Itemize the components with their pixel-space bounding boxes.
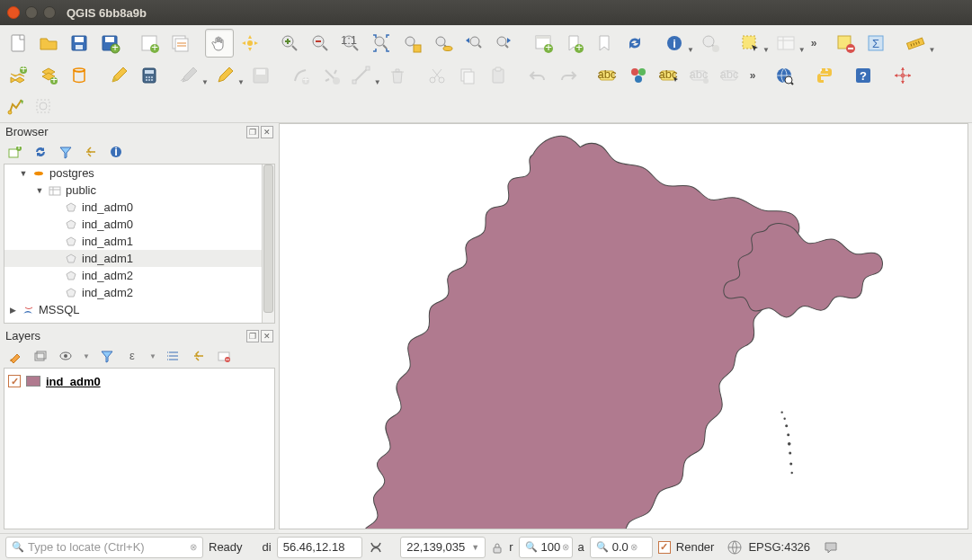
svg-point-88 — [40, 102, 47, 110]
highlight-label-button[interactable]: abc — [655, 61, 683, 90]
browser-properties-button[interactable]: i — [108, 144, 124, 160]
zoom-next-button[interactable] — [489, 29, 518, 58]
collapse-all-button[interactable] — [191, 348, 207, 364]
tree-item-public[interactable]: ▼public — [4, 182, 274, 199]
open-attribute-table-button[interactable] — [696, 29, 725, 58]
layer-style-button[interactable] — [7, 348, 23, 364]
statistical-summary-button[interactable]: Σ — [861, 29, 890, 58]
save-project-as-button[interactable]: + — [95, 29, 124, 58]
expand-all-button[interactable] — [165, 348, 182, 364]
tree-item-db2[interactable]: ▶DB2 — [4, 318, 274, 324]
tree-item[interactable]: ind_adm0 — [4, 199, 274, 216]
measure-button[interactable] — [901, 29, 930, 58]
save-project-button[interactable] — [65, 29, 94, 58]
toolbar-overflow-icon[interactable]: » — [807, 37, 821, 49]
zoom-native-button[interactable]: 1:1 — [336, 29, 365, 58]
render-checkbox[interactable]: ✓ — [658, 541, 671, 554]
refresh-button[interactable] — [620, 29, 649, 58]
svg-rect-41 — [907, 38, 924, 49]
identify-button[interactable]: i — [660, 29, 689, 58]
diagram-tool-button[interactable] — [624, 61, 653, 90]
metasearch-button[interactable] — [770, 61, 798, 90]
new-map-view-button[interactable]: + — [529, 29, 557, 58]
new-geopackage-button[interactable] — [65, 61, 94, 90]
manage-visibility-button[interactable] — [58, 348, 74, 364]
zoom-full-button[interactable] — [367, 29, 396, 58]
toggle-editing-button[interactable] — [104, 61, 133, 90]
browser-scrollbar[interactable] — [262, 164, 274, 323]
new-project-button[interactable] — [4, 29, 32, 58]
tree-item[interactable]: ind_adm0 — [4, 216, 274, 233]
remove-layer-button[interactable] — [216, 348, 232, 364]
add-group-button[interactable] — [32, 348, 49, 364]
coord-prefix: di — [263, 540, 272, 554]
filter-legend-button[interactable] — [99, 348, 115, 364]
label-tool-button[interactable]: abc — [593, 61, 622, 90]
layout-manager-button[interactable] — [165, 29, 194, 58]
new-print-layout-button[interactable]: + — [135, 29, 164, 58]
lock-icon[interactable] — [491, 541, 504, 554]
pan-to-selection-button[interactable] — [236, 29, 264, 58]
window-close-button[interactable] — [7, 6, 20, 19]
tree-item-postgres[interactable]: ▼postgres — [4, 164, 274, 182]
window-maximize-button[interactable] — [43, 6, 56, 19]
layer-item[interactable]: ✓ ind_adm0 — [8, 372, 271, 390]
tree-item-mssql[interactable]: ▶MSSQL — [4, 301, 274, 318]
browser-tree[interactable]: ▼postgres ▼public ind_adm0 ind_adm0 ind_… — [4, 164, 275, 324]
browser-collapse-button[interactable] — [83, 144, 99, 160]
new-shapefile-button[interactable]: + — [34, 61, 63, 90]
new-bookmark-button[interactable]: + — [559, 29, 588, 58]
browser-filter-button[interactable] — [58, 144, 74, 160]
scale-input[interactable]: 22,139,035▼ — [400, 537, 486, 558]
svg-point-50 — [148, 76, 150, 78]
no-projection-button[interactable] — [888, 61, 917, 90]
svg-text:+: + — [302, 73, 309, 86]
select-by-value-button[interactable] — [771, 29, 800, 58]
zoom-to-selection-button[interactable] — [397, 29, 426, 58]
zoom-last-button[interactable] — [459, 29, 487, 58]
filter-expression-button[interactable]: ε — [124, 348, 140, 364]
cad-tools-button — [31, 93, 56, 119]
extents-icon[interactable] — [368, 539, 384, 556]
svg-text:+: + — [15, 145, 22, 153]
browser-refresh-button[interactable] — [32, 144, 49, 160]
clear-icon[interactable]: ⊗ — [562, 542, 569, 552]
layers-undock-button[interactable]: ❐ — [246, 330, 259, 342]
layers-close-button[interactable]: ✕ — [261, 330, 273, 342]
zoom-in-button[interactable] — [275, 29, 304, 58]
window-minimize-button[interactable] — [25, 6, 38, 19]
pan-map-button[interactable] — [205, 29, 234, 58]
rotation-input[interactable]: 🔍0.0⊗ — [590, 537, 653, 558]
crs-icon[interactable] — [727, 539, 743, 556]
digitize-button[interactable] — [210, 61, 239, 90]
layer-visibility-checkbox[interactable]: ✓ — [8, 375, 21, 387]
open-project-button[interactable] — [34, 29, 63, 58]
svg-point-13 — [247, 40, 253, 46]
advanced-digitize-button[interactable] — [4, 93, 29, 119]
magnifier-input[interactable]: 🔍100⊗ — [519, 537, 573, 558]
select-features-button[interactable] — [736, 29, 764, 58]
python-console-button[interactable] — [809, 61, 838, 90]
deselect-all-button[interactable] — [831, 29, 860, 58]
add-vector-layer-button[interactable]: + — [4, 61, 32, 90]
zoom-out-button[interactable] — [306, 29, 334, 58]
add-layer-button[interactable]: + — [7, 144, 23, 160]
toolbar-overflow-icon[interactable]: » — [746, 69, 760, 82]
tree-item[interactable]: ind_adm1 — [4, 250, 274, 267]
layers-list[interactable]: ✓ ind_adm0 — [4, 368, 275, 529]
clear-icon[interactable]: ⊗ — [630, 542, 638, 552]
show-bookmarks-button[interactable] — [590, 29, 619, 58]
help-button[interactable]: ? — [849, 61, 878, 90]
coordinate-input[interactable]: 56.46,12.18 — [277, 537, 362, 558]
browser-undock-button[interactable]: ❐ — [246, 126, 259, 138]
zoom-to-layer-button[interactable] — [428, 29, 457, 58]
browser-close-button[interactable]: ✕ — [261, 126, 273, 138]
clear-icon[interactable]: ⊗ — [190, 542, 197, 552]
tree-item[interactable]: ind_adm2 — [4, 267, 274, 284]
field-calculator-button[interactable] — [135, 61, 164, 90]
messages-icon[interactable] — [823, 539, 839, 556]
locator-search-input[interactable]: 🔍 Type to locate (Ctrl+K) ⊗ — [5, 537, 203, 558]
tree-item[interactable]: ind_adm1 — [4, 233, 274, 250]
tree-item[interactable]: ind_adm2 — [4, 284, 274, 301]
map-canvas[interactable] — [279, 123, 968, 529]
